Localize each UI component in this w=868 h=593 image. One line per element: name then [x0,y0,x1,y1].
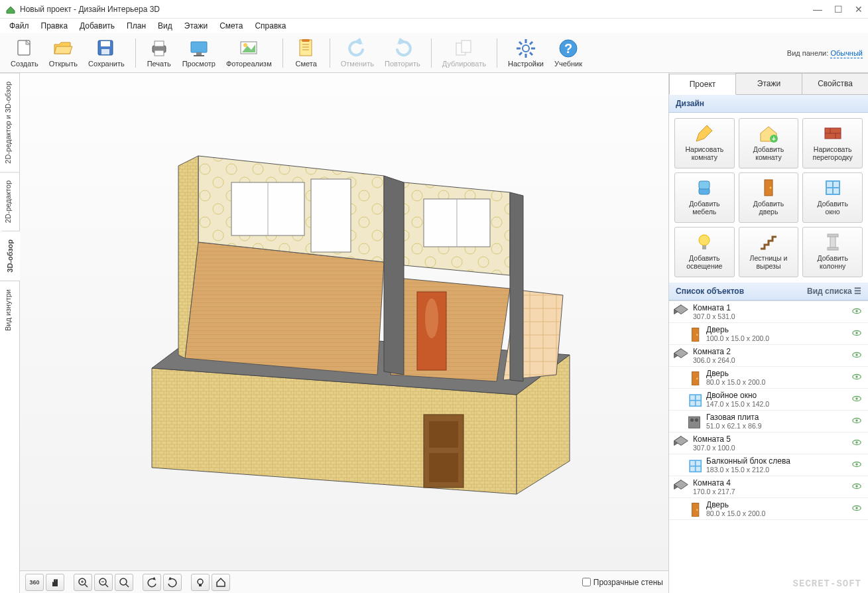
minimize-button[interactable]: — [813,4,822,15]
object-dimensions: 80.0 x 15.0 x 200.0 [706,509,851,517]
object-name: Комната 5 [693,434,851,444]
btn-add-light[interactable]: Добавитьосвещение [674,227,735,277]
gear-icon [515,38,536,59]
object-item[interactable]: Комната 5 307.0 x 100.0 [669,432,868,454]
object-item[interactable]: Дверь 100.0 x 15.0 x 200.0 [669,323,868,345]
transparent-walls-input[interactable] [582,578,591,586]
visibility-eye-icon[interactable] [851,395,863,404]
vp-360-button[interactable]: 360 [25,574,44,591]
visibility-eye-icon[interactable] [851,373,863,382]
close-button[interactable]: ✕ [855,4,863,15]
watermark-text: SECRET-SOFT [793,578,861,589]
object-item[interactable]: Дверь 80.0 x 15.0 x 200.0 [669,498,868,520]
room-icon [673,435,689,451]
objects-header-text: Список объектов [676,287,744,296]
vp-rotate-left-button[interactable] [143,574,161,591]
object-item[interactable]: Двойное окно 147.0 x 15.0 x 142.0 [669,389,868,411]
printer-icon [149,38,170,59]
object-item[interactable]: Газовая плита 51.0 x 62.1 x 86.9 [669,411,868,432]
visibility-eye-icon[interactable] [851,460,863,470]
list-view-mode[interactable]: Вид списка ☰ [807,287,861,296]
visibility-eye-icon[interactable] [851,329,863,338]
btn-add-door[interactable]: Добавитьдверь [739,172,799,223]
maximize-button[interactable]: ☐ [834,4,843,15]
visibility-eye-icon[interactable] [851,417,863,426]
menu-help[interactable]: Справка [249,20,291,32]
door-icon [686,501,702,517]
tool-estimate[interactable]: Смета [288,36,324,69]
vp-light-button[interactable] [191,574,210,591]
menu-view[interactable]: Вид [153,20,178,32]
vp-pan-button[interactable] [46,574,64,591]
object-item[interactable]: Балконный блок слева 183.0 x 15.0 x 212.… [669,454,868,476]
vtab-2d[interactable]: 2D-редактор [0,172,19,231]
room-icon [673,348,689,363]
armchair-icon [694,177,715,198]
object-item[interactable]: Дверь 80.0 x 15.0 x 200.0 [669,367,868,389]
vp-zoom-out-button[interactable] [94,574,113,591]
menu-add[interactable]: Добавить [74,20,120,32]
object-list[interactable]: Комната 1 307.0 x 531.0 Дверь 100.0 x 15… [669,300,868,593]
rtab-project[interactable]: Проект [669,74,736,95]
design-section-header: Дизайн [669,95,868,113]
panel-mode-label: Вид панели: [787,49,828,57]
visibility-eye-icon[interactable] [851,504,863,513]
vtab-2d3d[interactable]: 2D-редактор и 3D-обзор [0,73,19,172]
vp-zoom-in-button[interactable] [74,574,92,591]
svg-line-104 [126,584,129,587]
object-dimensions: 51.0 x 62.1 x 86.9 [706,422,851,430]
panel-mode-link[interactable]: Обычный [830,49,863,58]
btn-add-furniture[interactable]: Добавитьмебель [674,172,735,223]
menu-floors[interactable]: Этажи [179,20,213,32]
transparent-walls-checkbox[interactable]: Прозрачные стены [582,578,663,587]
svg-point-92 [425,298,438,338]
right-panel-tabs: Проект Этажи Свойства [669,73,868,95]
tool-manual[interactable]: Учебник [549,36,588,69]
vtab-3d[interactable]: 3D-обзор [1,231,20,281]
tool-duplicate: Дублировать [437,36,491,69]
btn-add-room[interactable]: Добавитькомнату [739,118,799,168]
tool-preview[interactable]: Просмотр [177,36,221,69]
visibility-eye-icon[interactable] [851,307,863,316]
tool-save[interactable]: Сохранить [83,36,130,69]
btn-add-window[interactable]: Добавитьокно [802,172,863,223]
rtab-floors[interactable]: Этажи [735,73,802,94]
tool-print[interactable]: Печать [141,36,177,69]
btn-stairs-cutouts[interactable]: Лестницы ивырезы [739,227,799,277]
svg-marker-79 [391,279,510,381]
title-bar: Новый проект - Дизайн Интерьера 3D — ☐ ✕ [0,0,868,19]
vp-zoom-fit-button[interactable] [115,574,133,591]
tool-settings[interactable]: Настройки [503,36,549,69]
window-icon [686,391,702,407]
btn-draw-partition[interactable]: Нарисоватьперегородку [802,118,863,168]
canvas-3d[interactable] [20,73,668,570]
visibility-eye-icon[interactable] [851,438,863,448]
object-item[interactable]: Комната 2 306.0 x 264.0 [669,345,868,367]
menu-plan[interactable]: План [121,20,151,32]
tool-open[interactable]: Открыть [44,36,83,69]
object-dimensions: 170.0 x 217.7 [693,488,851,495]
menu-estimate[interactable]: Смета [214,20,248,32]
menu-bar: Файл Правка Добавить План Вид Этажи Смет… [0,19,868,33]
window-icon [686,457,702,473]
menu-edit[interactable]: Правка [36,20,74,32]
floorplan-render [92,136,596,507]
object-item[interactable]: Комната 1 307.0 x 531.0 [669,301,868,323]
tool-redo: Повторить [379,36,426,69]
tool-photorealism[interactable]: Фотореализм [221,36,277,69]
btn-add-column[interactable]: Добавитьколонну [802,227,863,277]
svg-marker-78 [185,242,384,375]
object-item[interactable]: Комната 4 170.0 x 217.7 [669,476,868,498]
vp-rotate-right-button[interactable] [163,574,182,591]
menu-file[interactable]: Файл [4,20,34,32]
btn-draw-room[interactable]: Нарисоватькомнату [674,118,735,168]
vtab-inside[interactable]: Вид изнутри [0,281,19,339]
visibility-eye-icon[interactable] [851,351,863,360]
svg-rect-108 [199,584,202,586]
object-name: Комната 4 [693,478,851,488]
vp-home-view-button[interactable] [212,574,230,591]
rtab-properties[interactable]: Свойства [802,73,868,94]
window-icon [822,177,843,198]
visibility-eye-icon[interactable] [851,482,863,492]
tool-create[interactable]: Создать [5,36,44,69]
